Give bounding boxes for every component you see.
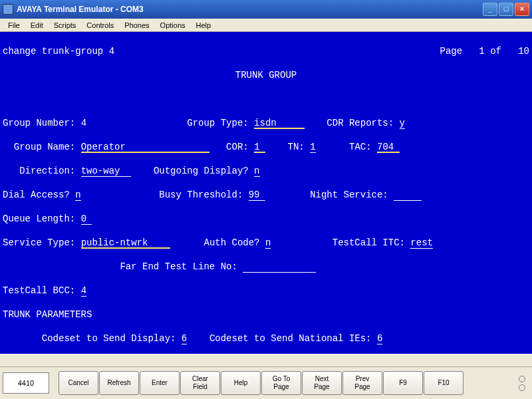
screen-heading: TRUNK GROUP — [3, 69, 529, 81]
section-trunk-params: TRUNK PARAMETERS — [3, 309, 92, 321]
field-queue-length[interactable]: 0 — [81, 213, 86, 225]
menu-help[interactable]: Help — [191, 20, 217, 31]
menu-file[interactable]: File — [3, 20, 25, 31]
label-group-number: Group Number: — [3, 117, 75, 129]
btn-help[interactable]: Help — [221, 371, 261, 395]
field-group-number[interactable]: 4 — [81, 117, 86, 129]
page-total: 10 — [518, 45, 529, 57]
command-line: change trunk-group 4 — [3, 45, 114, 57]
field-dial-access[interactable]: n — [75, 189, 80, 201]
field-codeset-display[interactable]: 6 — [182, 332, 187, 344]
field-far-end-test[interactable] — [243, 261, 315, 273]
maximize-button[interactable]: □ — [499, 3, 513, 16]
field-cdr-reports[interactable]: y — [400, 117, 405, 129]
menu-edit[interactable]: Edit — [25, 20, 49, 31]
status-dots — [519, 376, 529, 391]
status-dot — [519, 384, 525, 391]
minimize-button[interactable]: _ — [483, 3, 497, 16]
page-label: Page — [440, 45, 463, 57]
page-num: 1 — [479, 45, 484, 57]
btn-goto-page[interactable]: Go ToPage — [261, 371, 301, 395]
field-auth-code[interactable]: n — [265, 237, 271, 249]
btn-cancel[interactable]: Cancel — [59, 371, 98, 395]
field-testcall-bcc[interactable]: 4 — [81, 285, 86, 297]
field-group-type[interactable]: isdn — [254, 117, 277, 129]
status-dot — [519, 376, 525, 382]
btn-prev-page[interactable]: PrevPage — [342, 371, 382, 395]
menu-options[interactable]: Options — [155, 20, 191, 31]
btn-f9[interactable]: F9 — [383, 371, 423, 395]
button-bar: 4410 Cancel Refresh Enter ClearField Hel… — [0, 367, 532, 399]
field-direction[interactable]: two-way — [81, 165, 120, 177]
menu-controls[interactable]: Controls — [81, 20, 119, 31]
field-tac[interactable]: 704 — [377, 141, 394, 153]
close-button[interactable]: × — [515, 3, 529, 16]
menu-scripts[interactable]: Scripts — [49, 20, 82, 31]
btn-f10[interactable]: F10 — [424, 371, 464, 395]
field-group-name[interactable]: Operator — [81, 141, 126, 153]
terminal-screen[interactable]: change trunk-group 4Page 1 of 10 TRUNK G… — [0, 32, 532, 354]
field-tn[interactable]: 1 — [310, 141, 315, 153]
field-outgoing-display[interactable]: n — [254, 165, 259, 177]
field-testcall-itc[interactable]: rest — [410, 237, 433, 249]
field-cor[interactable]: 1 — [254, 141, 259, 153]
terminal-type: 4410 — [3, 372, 49, 394]
btn-next-page[interactable]: NextPage — [302, 371, 342, 395]
statusbar — [0, 354, 532, 367]
btn-enter[interactable]: Enter — [140, 371, 180, 395]
field-codeset-national[interactable]: 6 — [377, 332, 382, 344]
btn-refresh[interactable]: Refresh — [99, 371, 139, 395]
field-night-service[interactable] — [394, 189, 422, 201]
btn-clear-field[interactable]: ClearField — [180, 371, 220, 395]
app-icon — [3, 4, 13, 15]
menubar: File Edit Scripts Controls Phones Option… — [0, 19, 532, 32]
menu-phones[interactable]: Phones — [119, 20, 154, 31]
window-titlebar: AVAYA Terminal Emulator - COM3 _ □ × — [0, 0, 532, 19]
field-service-type[interactable]: public-ntwrk — [81, 237, 148, 249]
window-title: AVAYA Terminal Emulator - COM3 — [17, 5, 483, 14]
field-busy-threshold[interactable]: 99 — [249, 189, 260, 201]
